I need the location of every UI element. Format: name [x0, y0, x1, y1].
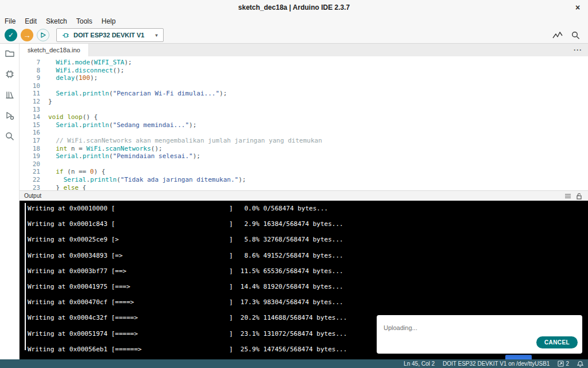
search-icon[interactable] — [5, 131, 15, 141]
toolbar-right — [552, 30, 580, 40]
output-line: Writing at 0x00034893 [=> ] 8.6% 49152/5… — [28, 248, 588, 263]
line-number: 13 — [20, 106, 48, 114]
code-line: 18 int n = WiFi.scanNetworks(); — [20, 145, 588, 153]
line-number: 15 — [20, 121, 48, 129]
notification-count-label: 2 — [566, 361, 569, 367]
menu-file[interactable]: File — [0, 17, 20, 25]
tab-overflow-icon[interactable]: ··· — [574, 46, 582, 54]
library-manager-icon[interactable] — [5, 90, 15, 100]
verify-button[interactable]: ✓ — [5, 29, 17, 41]
code-line: 21 if (n == 0) { — [20, 168, 588, 176]
check-icon: ✓ — [8, 31, 14, 39]
code-line: 14void loop() { — [20, 113, 588, 121]
line-number: 12 — [20, 98, 48, 106]
serial-monitor-icon[interactable] — [571, 30, 580, 40]
code-line: 8 WiFi.disconnect(); — [20, 67, 588, 75]
code-line: 11 Serial.println("Pencarian Wi-Fi dimul… — [20, 90, 588, 98]
cancel-button[interactable]: CANCEL — [536, 336, 578, 348]
line-number: 23 — [20, 184, 48, 191]
output-line: Writing at 0x000470cf [====> ] 17.3% 983… — [28, 294, 588, 310]
line-number: 11 — [20, 90, 48, 98]
line-number: 19 — [20, 152, 48, 160]
board-selector[interactable]: DOIT ESP32 DEVKIT V1 ▾ — [56, 28, 164, 42]
line-number: 20 — [20, 160, 48, 168]
menu-sketch[interactable]: Sketch — [41, 17, 72, 25]
tab-sketch[interactable]: sketch_dec18a.ino — [20, 44, 89, 56]
toolbar: ✓ → DOIT ESP32 DEVKIT V1 ▾ — [0, 27, 588, 44]
code-line: 17 // WiFi.scanNetworks akan mengembalik… — [20, 137, 588, 145]
cursor-position: Ln 45, Col 2 — [404, 361, 435, 367]
output-line: Writing at 0x0003bf77 [==> ] 11.5% 65536… — [28, 263, 588, 279]
code-line: 15 Serial.println("Sedang memindai..."); — [20, 121, 588, 129]
output-menu-icon[interactable] — [564, 193, 571, 200]
line-number: 21 — [20, 168, 48, 176]
titlebar: sketch_dec18a | Arduino IDE 2.3.7 × — [0, 0, 588, 16]
menubar: FileEditSketchToolsHelp — [0, 15, 588, 27]
line-number: 9 — [20, 74, 48, 82]
line-number: 18 — [20, 145, 48, 153]
line-number: 17 — [20, 137, 48, 145]
code-line: 16 — [20, 129, 588, 137]
output-header-icons — [564, 193, 582, 200]
autoscroll-lock-icon[interactable] — [576, 193, 582, 200]
menu-tools[interactable]: Tools — [72, 17, 97, 25]
output-header: Output — [20, 190, 588, 201]
menu-help[interactable]: Help — [97, 17, 121, 25]
line-number: 14 — [20, 113, 48, 121]
code-line: 7 WiFi.mode(WIFI_STA); — [20, 59, 588, 67]
debug-sidebar-icon[interactable] — [5, 110, 15, 121]
code-line: 13 — [20, 106, 588, 114]
line-number: 16 — [20, 129, 48, 137]
tabstrip: sketch_dec18a.ino ··· — [20, 44, 588, 57]
statusbar-board-port: DOIT ESP32 DEVKIT V1 on /dev/ttyUSB1 — [443, 361, 550, 367]
code-line: 23 } else { — [20, 184, 588, 191]
bell-icon[interactable] — [577, 361, 583, 367]
code-line: 20 — [20, 160, 588, 168]
output-line: Writing at 0x00010000 [ ] 0.0% 0/568474 … — [28, 201, 588, 216]
output-panel-title: Output — [24, 193, 41, 199]
code-editor[interactable]: 7 WiFi.mode(WIFI_STA);8 WiFi.disconnect(… — [20, 56, 588, 190]
usb-plug-icon — [62, 32, 69, 39]
code-line: 22 Serial.println("Tidak ada jaringan di… — [20, 176, 588, 184]
menu-edit[interactable]: Edit — [20, 17, 41, 25]
output-line: Writing at 0x00025ce9 [> ] 5.8% 32768/56… — [28, 232, 588, 247]
output-line: Writing at 0x0001c843 [ ] 2.9% 16384/568… — [28, 216, 588, 232]
chevron-down-icon: ▾ — [155, 33, 157, 38]
serial-plotter-icon[interactable] — [552, 30, 563, 40]
right-arrow-icon: → — [24, 31, 31, 40]
close-icon[interactable]: × — [571, 0, 585, 15]
code-line: 10 — [20, 82, 588, 90]
code-line: 12} — [20, 98, 588, 106]
code-line: 19 Serial.println("Pemindaian selesai.")… — [20, 152, 588, 160]
line-number: 22 — [20, 176, 48, 184]
debug-icon — [40, 32, 47, 39]
statusbar: Ln 45, Col 2 DOIT ESP32 DEVKIT V1 on /de… — [0, 359, 588, 368]
tab-label: sketch_dec18a.ino — [28, 47, 80, 53]
boards-manager-icon[interactable] — [5, 69, 15, 79]
output-line: Writing at 0x00041975 [===> ] 14.4% 8192… — [28, 279, 588, 294]
notification-count[interactable]: 2 — [558, 361, 569, 367]
sketchbook-folder-icon[interactable] — [5, 48, 15, 59]
toast-message: Uploading... — [384, 324, 417, 331]
upload-indicator-icon — [558, 361, 564, 367]
code-line: 9 delay(100); — [20, 74, 588, 82]
line-number: 7 — [20, 59, 48, 67]
upload-button[interactable]: → — [21, 29, 33, 41]
upload-toast: Uploading... CANCEL — [377, 315, 582, 354]
board-selector-label: DOIT ESP32 DEVKIT V1 — [74, 32, 144, 39]
activity-sidebar — [0, 44, 20, 359]
window-title: sketch_dec18a | Arduino IDE 2.3.7 — [238, 3, 350, 12]
output-left-rule — [25, 203, 26, 350]
debug-button[interactable] — [37, 29, 49, 41]
line-number: 8 — [20, 67, 48, 75]
code-lines: 7 WiFi.mode(WIFI_STA);8 WiFi.disconnect(… — [20, 59, 588, 190]
line-number: 10 — [20, 82, 48, 90]
